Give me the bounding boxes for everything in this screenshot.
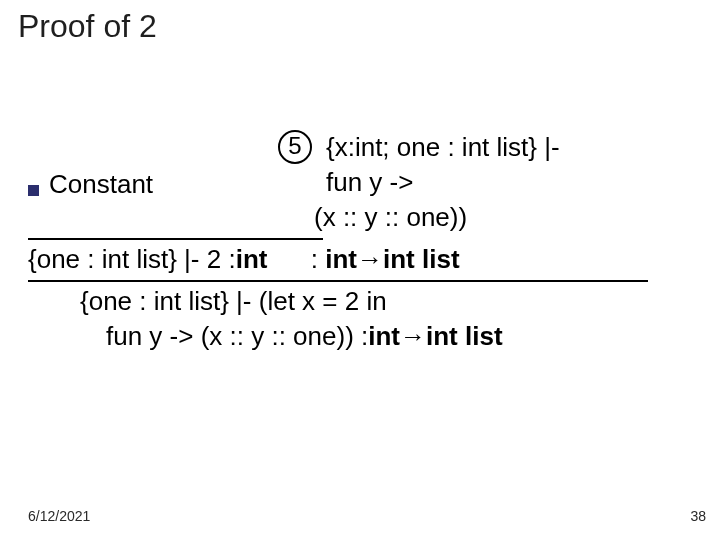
l5-text: {one : int list} |- (let x = 2 in xyxy=(80,286,387,316)
line-3: (x :: y :: one)) xyxy=(28,200,688,235)
arrow-icon-2: → xyxy=(400,319,426,354)
divider-long xyxy=(28,280,648,282)
content-block: 5 {x:int; one : int list} |- Constant fu… xyxy=(28,130,688,355)
line-5: {one : int list} |- (let x = 2 in xyxy=(28,284,688,319)
slide-title: Proof of 2 xyxy=(18,8,157,45)
bullet-icon xyxy=(28,185,39,196)
step-circle: 5 xyxy=(278,130,312,164)
arrow-icon: → xyxy=(357,242,383,277)
l4-int3: int list xyxy=(383,242,460,277)
constant-word: Constant xyxy=(49,167,153,202)
line-4: {one : int list} |- 2 : int : int → int … xyxy=(28,242,688,277)
l4-int2: int xyxy=(325,242,357,277)
l6-text: fun y -> (x :: y :: one)) : xyxy=(106,319,368,354)
footer-page-number: 38 xyxy=(690,508,706,524)
footer-date: 6/12/2021 xyxy=(28,508,90,524)
line-1: 5 {x:int; one : int list} |- xyxy=(28,130,688,165)
line-6: fun y -> (x :: y :: one)) : int → int li… xyxy=(28,319,688,354)
l4-int1: int xyxy=(236,242,268,277)
fun-text: fun y -> xyxy=(326,165,413,200)
divider-short xyxy=(28,238,323,240)
l6-int2: int list xyxy=(426,319,503,354)
constant-label-group: Constant xyxy=(28,167,153,202)
l4-left: {one : int list} |- 2 : xyxy=(28,242,236,277)
l6-int1: int xyxy=(368,319,400,354)
body-text: (x :: y :: one)) xyxy=(314,202,467,232)
l4-mid: : xyxy=(267,242,325,277)
line-1-text: {x:int; one : int list} |- xyxy=(326,130,560,165)
slide: Proof of 2 5 {x:int; one : int list} |- … xyxy=(0,0,720,540)
line-2: Constant fun y -> xyxy=(28,165,688,200)
